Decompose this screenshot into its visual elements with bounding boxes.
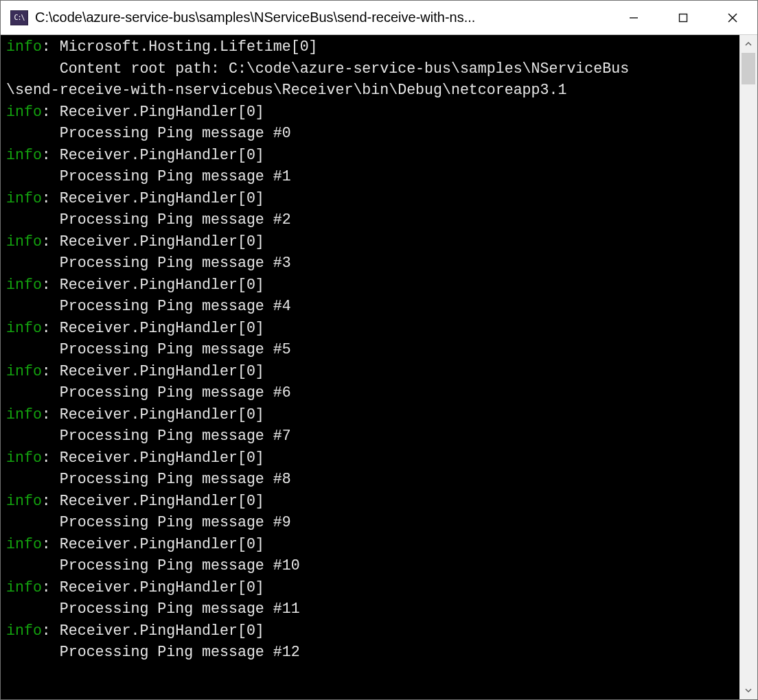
log-line: info: Microsoft.Hosting.Lifetime[0] [6, 36, 739, 58]
log-line: Processing Ping message #2 [6, 209, 739, 231]
log-line: Processing Ping message #11 [6, 598, 739, 620]
maximize-icon [678, 12, 689, 23]
log-line: Processing Ping message #8 [6, 469, 739, 491]
log-source: : Microsoft.Hosting.Lifetime[0] [42, 38, 318, 55]
log-level: info [6, 38, 42, 55]
console-window: C:\ C:\code\azure-service-bus\samples\NS… [0, 0, 758, 700]
log-line: info: Receiver.PingHandler[0] [6, 534, 739, 556]
log-level: info [6, 320, 42, 336]
minimize-icon [628, 12, 639, 23]
log-message: Processing Ping message #8 [6, 471, 291, 487]
log-level: info [6, 104, 42, 120]
scroll-up-button[interactable] [739, 35, 757, 53]
log-source: : Receiver.PingHandler[0] [42, 493, 264, 509]
minimize-button[interactable] [609, 1, 658, 34]
log-message: Processing Ping message #7 [6, 428, 291, 444]
scroll-down-button[interactable] [739, 681, 757, 699]
log-source: : Receiver.PingHandler[0] [42, 450, 264, 466]
log-line: info: Receiver.PingHandler[0] [6, 188, 739, 210]
log-line: Processing Ping message #6 [6, 382, 739, 404]
log-source: : Receiver.PingHandler[0] [42, 104, 264, 120]
log-level: info [6, 190, 42, 207]
log-level: info [6, 233, 42, 250]
log-line: Processing Ping message #3 [6, 253, 739, 275]
log-line: Content root path: C:\code\azure-service… [6, 58, 739, 80]
window-title: C:\code\azure-service-bus\samples\NServi… [35, 10, 609, 25]
log-line: Processing Ping message #5 [6, 339, 739, 361]
log-line: info: Receiver.PingHandler[0] [6, 318, 739, 340]
log-message: Processing Ping message #5 [6, 341, 291, 358]
log-message: Content root path: C:\code\azure-service… [6, 60, 629, 77]
log-line: info: Receiver.PingHandler[0] [6, 620, 739, 642]
log-source: : Receiver.PingHandler[0] [42, 147, 264, 163]
log-source: : Receiver.PingHandler[0] [42, 622, 264, 639]
log-line: \send-receive-with-nservicebus\Receiver\… [6, 80, 739, 102]
log-source: : Receiver.PingHandler[0] [42, 320, 264, 336]
log-line: info: Receiver.PingHandler[0] [6, 577, 739, 599]
terminal-output[interactable]: info: Microsoft.Hosting.Lifetime[0] Cont… [1, 35, 739, 699]
log-level: info [6, 579, 42, 596]
log-message: Processing Ping message #4 [6, 298, 291, 314]
chevron-down-icon [744, 686, 753, 695]
log-level: info [6, 622, 42, 639]
close-icon [726, 12, 739, 24]
log-line: Processing Ping message #7 [6, 425, 739, 447]
log-source: : Receiver.PingHandler[0] [42, 277, 264, 293]
log-message: Processing Ping message #9 [6, 514, 291, 530]
log-line: Processing Ping message #12 [6, 642, 739, 664]
log-message: Processing Ping message #6 [6, 384, 291, 401]
chevron-up-icon [744, 40, 753, 48]
scroll-track[interactable] [739, 53, 757, 681]
log-source: : Receiver.PingHandler[0] [42, 233, 264, 250]
log-source: : Receiver.PingHandler[0] [42, 536, 264, 552]
maximize-button[interactable] [658, 1, 708, 34]
log-message: Processing Ping message #1 [6, 168, 291, 185]
log-line: info: Receiver.PingHandler[0] [6, 361, 739, 383]
log-line: info: Receiver.PingHandler[0] [6, 447, 739, 469]
app-icon-label: C:\ [14, 14, 24, 21]
log-level: info [6, 147, 42, 163]
log-message: Processing Ping message #3 [6, 255, 291, 271]
log-level: info [6, 277, 42, 293]
log-source: : Receiver.PingHandler[0] [42, 363, 264, 380]
log-line: Processing Ping message #0 [6, 123, 739, 145]
log-level: info [6, 493, 42, 509]
log-message: Processing Ping message #2 [6, 211, 291, 228]
log-line: info: Receiver.PingHandler[0] [6, 145, 739, 167]
close-button[interactable] [708, 1, 757, 34]
log-line: info: Receiver.PingHandler[0] [6, 404, 739, 426]
app-icon: C:\ [10, 10, 28, 25]
vertical-scrollbar[interactable] [739, 35, 757, 699]
log-level: info [6, 450, 42, 466]
log-line: info: Receiver.PingHandler[0] [6, 275, 739, 296]
client-area: info: Microsoft.Hosting.Lifetime[0] Cont… [1, 35, 757, 699]
log-line: Processing Ping message #4 [6, 296, 739, 318]
log-message: \send-receive-with-nservicebus\Receiver\… [6, 82, 566, 98]
log-line: Processing Ping message #9 [6, 512, 739, 534]
svg-rect-1 [680, 14, 687, 21]
log-message: Processing Ping message #10 [6, 557, 300, 574]
log-message: Processing Ping message #0 [6, 125, 291, 141]
log-message: Processing Ping message #11 [6, 600, 300, 617]
log-message: Processing Ping message #12 [6, 644, 300, 660]
log-level: info [6, 536, 42, 552]
log-line: Processing Ping message #10 [6, 555, 739, 577]
scroll-thumb[interactable] [742, 53, 755, 84]
log-line: info: Receiver.PingHandler[0] [6, 102, 739, 124]
log-line: info: Receiver.PingHandler[0] [6, 491, 739, 513]
log-line: info: Receiver.PingHandler[0] [6, 231, 739, 253]
log-source: : Receiver.PingHandler[0] [42, 406, 264, 423]
titlebar[interactable]: C:\ C:\code\azure-service-bus\samples\NS… [1, 1, 757, 35]
window-controls [609, 1, 757, 34]
log-level: info [6, 363, 42, 380]
log-source: : Receiver.PingHandler[0] [42, 190, 264, 207]
log-source: : Receiver.PingHandler[0] [42, 579, 264, 596]
log-level: info [6, 406, 42, 423]
log-line: Processing Ping message #1 [6, 166, 739, 188]
